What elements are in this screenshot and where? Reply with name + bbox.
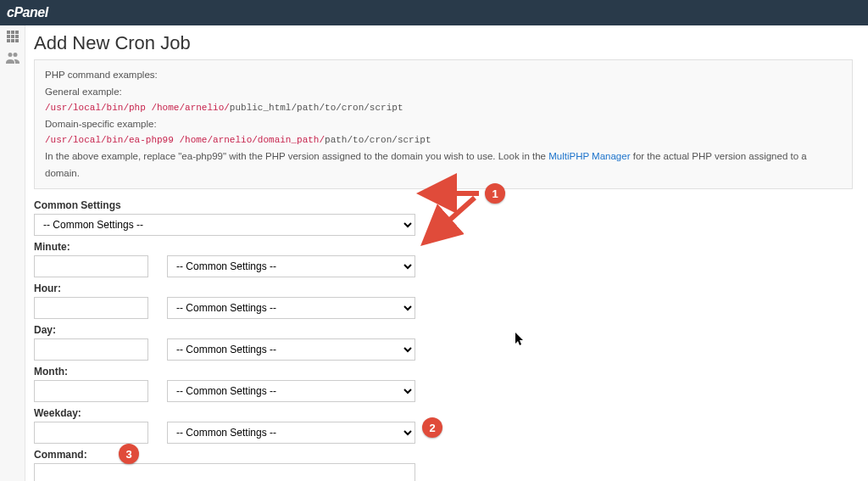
month-select[interactable]: -- Common Settings --	[167, 380, 415, 402]
month-input[interactable]	[34, 380, 148, 402]
sidebar	[0, 25, 25, 481]
hour-group: Hour: -- Common Settings --	[34, 282, 853, 319]
day-select[interactable]: -- Common Settings --	[167, 338, 415, 361]
common-settings-select[interactable]: -- Common Settings --	[34, 214, 415, 236]
cpanel-logo: cPanel	[7, 5, 48, 20]
users-icon[interactable]	[0, 48, 25, 70]
common-settings-group: Common Settings -- Common Settings --	[34, 199, 853, 236]
domain-example-code: /usr/local/bin/ea-php99 /home/arnelio/do…	[45, 132, 842, 148]
command-input[interactable]	[34, 463, 415, 481]
main-content: Add New Cron Job PHP command examples: G…	[25, 25, 868, 481]
hour-input[interactable]	[34, 297, 148, 319]
examples-box: PHP command examples: General example: /…	[34, 59, 853, 189]
minute-group: Minute: -- Common Settings --	[34, 241, 853, 277]
day-label: Day:	[34, 324, 853, 336]
minute-select[interactable]: -- Common Settings --	[167, 255, 415, 277]
hour-select[interactable]: -- Common Settings --	[167, 297, 415, 319]
command-group: Command:	[34, 449, 853, 481]
month-label: Month:	[34, 366, 853, 378]
weekday-group: Weekday: -- Common Settings --	[34, 407, 853, 444]
day-group: Day: -- Common Settings --	[34, 324, 853, 361]
weekday-select[interactable]: -- Common Settings --	[167, 422, 415, 444]
general-example-label: General example:	[45, 84, 842, 101]
month-group: Month: -- Common Settings --	[34, 366, 853, 402]
weekday-input[interactable]	[34, 422, 148, 444]
hour-label: Hour:	[34, 282, 853, 294]
day-input[interactable]	[34, 338, 148, 361]
examples-note: In the above example, replace "ea-php99"…	[45, 148, 842, 182]
command-label: Command:	[34, 449, 853, 461]
minute-label: Minute:	[34, 241, 853, 253]
minute-input[interactable]	[34, 255, 148, 277]
multiphp-link[interactable]: MultiPHP Manager	[548, 151, 630, 161]
weekday-label: Weekday:	[34, 407, 853, 419]
apps-icon[interactable]	[0, 25, 25, 48]
general-example-code: /usr/local/bin/php /home/arnelio/public_…	[45, 100, 842, 116]
common-settings-label: Common Settings	[34, 199, 853, 211]
examples-intro: PHP command examples:	[45, 67, 842, 84]
domain-example-label: Domain-specific example:	[45, 116, 842, 133]
top-bar: cPanel	[0, 0, 868, 25]
page-title: Add New Cron Job	[34, 32, 853, 54]
